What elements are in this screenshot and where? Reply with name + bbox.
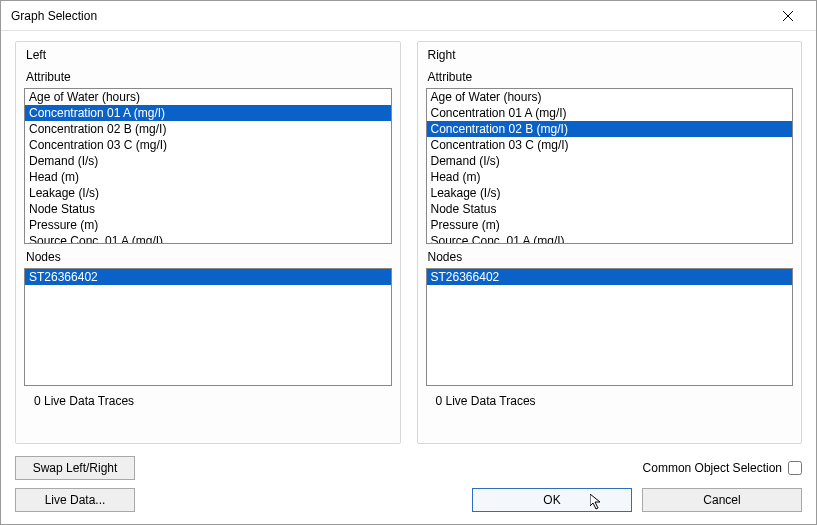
- left-attribute-item[interactable]: Age of Water (hours): [25, 89, 391, 105]
- right-attribute-item[interactable]: Node Status: [427, 201, 793, 217]
- left-nodes-label: Nodes: [26, 250, 392, 264]
- dialog-body: Left Attribute Age of Water (hours)Conce…: [1, 31, 816, 524]
- left-attribute-item[interactable]: Concentration 01 A (mg/I): [25, 105, 391, 121]
- window-title: Graph Selection: [11, 9, 97, 23]
- right-attribute-item[interactable]: Concentration 02 B (mg/I): [427, 121, 793, 137]
- right-nodes-label: Nodes: [428, 250, 794, 264]
- common-object-selection-row[interactable]: Common Object Selection: [643, 461, 802, 475]
- close-button[interactable]: [768, 2, 808, 30]
- right-attribute-item[interactable]: Concentration 03 C (mg/I): [427, 137, 793, 153]
- left-attribute-label: Attribute: [26, 70, 392, 84]
- close-icon: [783, 11, 793, 21]
- right-traces-label: 0 Live Data Traces: [436, 394, 794, 408]
- right-attribute-item[interactable]: Concentration 01 A (mg/I): [427, 105, 793, 121]
- right-attribute-item[interactable]: Head (m): [427, 169, 793, 185]
- left-attribute-item[interactable]: Leakage (I/s): [25, 185, 391, 201]
- right-panel-title: Right: [428, 48, 794, 62]
- left-attribute-item[interactable]: Head (m): [25, 169, 391, 185]
- common-object-selection-checkbox[interactable]: [788, 461, 802, 475]
- left-nodes-listbox[interactable]: ST26366402: [24, 268, 392, 386]
- left-panel: Left Attribute Age of Water (hours)Conce…: [15, 41, 401, 444]
- cancel-button[interactable]: Cancel: [642, 488, 802, 512]
- left-panel-title: Left: [26, 48, 392, 62]
- right-attribute-label: Attribute: [428, 70, 794, 84]
- right-attribute-item[interactable]: Source Conc. 01 A (mg/I): [427, 233, 793, 244]
- panels-container: Left Attribute Age of Water (hours)Conce…: [15, 41, 802, 444]
- left-attribute-item[interactable]: Pressure (m): [25, 217, 391, 233]
- left-attribute-item[interactable]: Node Status: [25, 201, 391, 217]
- live-data-button[interactable]: Live Data...: [15, 488, 135, 512]
- right-node-item[interactable]: ST26366402: [427, 269, 793, 285]
- left-attribute-item[interactable]: Concentration 03 C (mg/I): [25, 137, 391, 153]
- left-node-item[interactable]: ST26366402: [25, 269, 391, 285]
- right-attribute-item[interactable]: Pressure (m): [427, 217, 793, 233]
- graph-selection-dialog: Graph Selection Left Attribute Age of Wa…: [0, 0, 817, 525]
- common-object-selection-label: Common Object Selection: [643, 461, 782, 475]
- swap-left-right-button[interactable]: Swap Left/Right: [15, 456, 135, 480]
- right-attribute-listbox[interactable]: Age of Water (hours)Concentration 01 A (…: [426, 88, 794, 244]
- left-attribute-listbox[interactable]: Age of Water (hours)Concentration 01 A (…: [24, 88, 392, 244]
- left-traces-label: 0 Live Data Traces: [34, 394, 392, 408]
- right-attribute-item[interactable]: Leakage (I/s): [427, 185, 793, 201]
- right-attribute-item[interactable]: Demand (I/s): [427, 153, 793, 169]
- left-attribute-item[interactable]: Concentration 02 B (mg/I): [25, 121, 391, 137]
- right-panel: Right Attribute Age of Water (hours)Conc…: [417, 41, 803, 444]
- right-nodes-listbox[interactable]: ST26366402: [426, 268, 794, 386]
- left-attribute-item[interactable]: Source Conc. 01 A (mg/I): [25, 233, 391, 244]
- right-attribute-item[interactable]: Age of Water (hours): [427, 89, 793, 105]
- left-attribute-item[interactable]: Demand (I/s): [25, 153, 391, 169]
- ok-button[interactable]: OK: [472, 488, 632, 512]
- titlebar: Graph Selection: [1, 1, 816, 31]
